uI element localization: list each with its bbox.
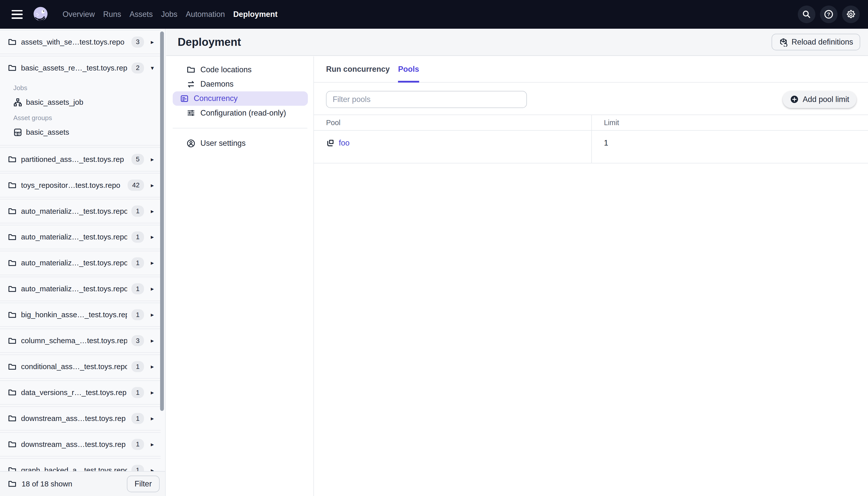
settings-nav-daemons[interactable]: Daemons — [173, 77, 308, 91]
repo-row[interactable]: data_versions_r…_test.toys.rep1▸ — [0, 381, 161, 404]
pools-table-header: Pool Limit — [314, 114, 868, 131]
chevron-right-icon[interactable]: ▸ — [148, 156, 156, 163]
repo-count-badge: 1 — [131, 387, 144, 398]
help-button[interactable]: ? — [820, 5, 838, 23]
repo-row[interactable]: downstream_ass…test.toys.rep1▸ — [0, 433, 161, 456]
topnav-link-automation[interactable]: Automation — [186, 0, 225, 29]
repo-row[interactable]: auto_materializ…_test.toys.repo1▸ — [0, 199, 161, 222]
repo-row[interactable]: auto_materializ…_test.toys.repo1▸ — [0, 251, 161, 275]
folder-icon — [8, 207, 17, 216]
repo-item: auto_materializ…_test.toys.repo1▸ — [0, 277, 161, 301]
repo-row[interactable]: big_honkin_asse…_test.toys.rep1▸ — [0, 303, 161, 326]
sidebar-scrollbar[interactable] — [160, 31, 164, 410]
user-settings-button[interactable] — [842, 5, 860, 23]
sidebar-entry-basic_assets_job[interactable]: basic_assets_job — [8, 95, 155, 110]
repo-row[interactable]: graph_backed_a…test.toys.repo1▸ — [0, 459, 161, 471]
repo-count-badge: 1 — [131, 439, 144, 450]
repo-row[interactable]: downstream_ass…test.toys.rep1▸ — [0, 407, 161, 430]
settings-nav-user-settings[interactable]: User settings — [173, 136, 308, 151]
settings-nav-label: Code locations — [200, 65, 252, 74]
repo-item: auto_materializ…_test.toys.repo1▸ — [0, 199, 161, 223]
repo-label: conditional_ass…_test.toys.repo — [21, 362, 127, 371]
chevron-right-icon[interactable]: ▸ — [148, 389, 156, 396]
repo-label: auto_materializ…_test.toys.repo — [21, 207, 127, 216]
concurrency-icon — [180, 94, 189, 103]
plus-circle-icon — [790, 95, 799, 104]
settings-nav-label: Concurrency — [194, 94, 238, 103]
settings-nav-configuration-read-only[interactable]: Configuration (read-only) — [173, 106, 308, 120]
folder-icon — [8, 259, 17, 267]
concurrency-content: Run concurrencyPools Add pool limit Pool — [314, 57, 868, 496]
topnav-link-overview[interactable]: Overview — [62, 0, 95, 29]
page-header: Deployment Reload definitions — [166, 29, 868, 56]
repo-row[interactable]: auto_materializ…_test.toys.repo1▸ — [0, 225, 161, 248]
pools-table: Pool Limit foo1 — [314, 114, 868, 164]
chevron-right-icon[interactable]: ▸ — [148, 415, 156, 422]
folder-icon — [8, 362, 17, 371]
settings-gear-icon — [846, 9, 856, 19]
chevron-down-icon[interactable]: ▾ — [148, 64, 156, 72]
folder-icon — [187, 65, 195, 74]
repo-label: toys_repositor…test.toys.repo — [21, 181, 123, 190]
chevron-right-icon[interactable]: ▸ — [148, 259, 156, 266]
limit-column-header: Limit — [591, 115, 868, 130]
shown-count-label: 18 of 18 shown — [22, 480, 122, 488]
repo-row[interactable]: conditional_ass…_test.toys.repo1▸ — [0, 355, 161, 378]
topnav-link-runs[interactable]: Runs — [103, 0, 121, 29]
repo-count-badge: 1 — [131, 205, 144, 217]
repo-row[interactable]: assets_with_se…test.toys.repo3▸ — [0, 30, 161, 53]
repo-row[interactable]: auto_materializ…_test.toys.repo1▸ — [0, 277, 161, 300]
repo-count-badge: 1 — [131, 283, 144, 294]
repo-row[interactable]: partitioned_ass…_test.toys.rep5▸ — [0, 148, 161, 171]
sidebar-entry-basic_assets[interactable]: basic_assets — [8, 125, 155, 139]
settings-nav-label: Configuration (read-only) — [200, 109, 286, 118]
search-button[interactable] — [798, 5, 815, 23]
topnav-link-assets[interactable]: Assets — [129, 0, 153, 29]
repo-item: basic_assets_re…_test.toys.rep2▾Jobsbasi… — [0, 56, 161, 145]
repo-count-badge: 1 — [131, 465, 144, 471]
chevron-right-icon[interactable]: ▸ — [148, 38, 156, 46]
topnav-link-deployment[interactable]: Deployment — [233, 0, 278, 29]
repo-item: graph_backed_a…test.toys.repo1▸ — [0, 458, 161, 471]
pool-table-row: foo1 — [314, 131, 868, 164]
sidebar-filter-button[interactable]: Filter — [127, 476, 160, 492]
topnav-link-jobs[interactable]: Jobs — [161, 0, 177, 29]
pool-limit-value: 1 — [591, 131, 868, 163]
filter-pools-input[interactable] — [326, 91, 527, 108]
repo-item: data_versions_r…_test.toys.rep1▸ — [0, 381, 161, 405]
tab-pools[interactable]: Pools — [398, 57, 419, 82]
reload-definitions-button[interactable]: Reload definitions — [772, 34, 860, 50]
repo-label: data_versions_r…_test.toys.rep — [21, 388, 127, 397]
chevron-right-icon[interactable]: ▸ — [148, 441, 156, 448]
repo-count-badge: 1 — [131, 413, 144, 424]
settings-nav-concurrency[interactable]: Concurrency — [173, 91, 308, 106]
chevron-right-icon[interactable]: ▸ — [148, 337, 156, 344]
chevron-right-icon[interactable]: ▸ — [148, 285, 156, 292]
repo-label: partitioned_ass…_test.toys.rep — [21, 155, 127, 164]
section-title: Asset groups — [13, 114, 155, 122]
entry-label: basic_assets_job — [26, 98, 83, 107]
repo-row[interactable]: basic_assets_re…_test.toys.rep2▾ — [0, 57, 161, 80]
add-pool-limit-button[interactable]: Add pool limit — [783, 91, 856, 108]
tab-run-concurrency[interactable]: Run concurrency — [326, 57, 390, 82]
chevron-right-icon[interactable]: ▸ — [148, 467, 156, 471]
repo-row[interactable]: column_schema_…test.toys.rep3▸ — [0, 329, 161, 352]
chevron-right-icon[interactable]: ▸ — [148, 208, 156, 215]
folder-icon — [8, 63, 17, 72]
folder-icon — [8, 37, 17, 46]
chevron-right-icon[interactable]: ▸ — [148, 182, 156, 189]
repo-count-badge: 3 — [131, 36, 144, 48]
pool-link-foo[interactable]: foo — [339, 138, 350, 148]
repo-row[interactable]: toys_repositor…test.toys.repo42▸ — [0, 173, 161, 197]
settings-nav-divider — [173, 128, 307, 128]
chevron-right-icon[interactable]: ▸ — [148, 363, 156, 370]
dagster-octopus-logo[interactable] — [32, 6, 49, 23]
concurrency-tabs: Run concurrencyPools — [314, 57, 868, 82]
folder-icon — [8, 388, 17, 397]
chevron-right-icon[interactable]: ▸ — [148, 233, 156, 241]
repo-label: big_honkin_asse…_test.toys.rep — [21, 310, 127, 319]
sliders-icon — [187, 109, 195, 117]
chevron-right-icon[interactable]: ▸ — [148, 311, 156, 318]
hamburger-icon[interactable] — [12, 10, 23, 19]
settings-nav-code-locations[interactable]: Code locations — [173, 62, 308, 77]
